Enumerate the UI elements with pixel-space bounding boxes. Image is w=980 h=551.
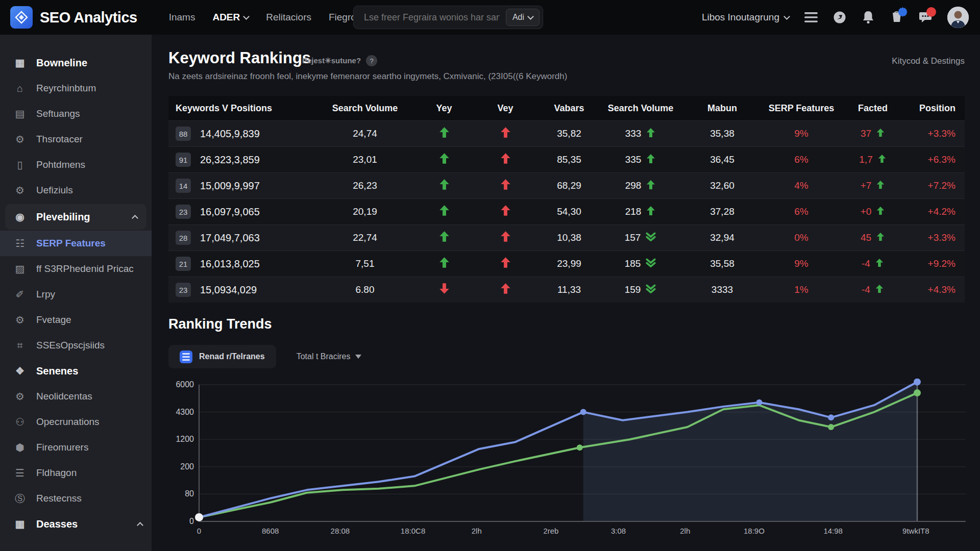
table-row[interactable]: 9126,323,3,859 23,01 85,35 335 36,45 6% … <box>168 146 965 172</box>
sidebar-item-serp-features[interactable]: ☷ SERP Features <box>0 231 152 256</box>
bell-icon[interactable] <box>862 11 875 24</box>
keyword-value: 17,049,7,063 <box>200 232 260 244</box>
column-header[interactable]: Search Volume <box>602 103 679 114</box>
sidebar-item-deasses[interactable]: ▦ Deasses <box>0 511 152 537</box>
arrow-up-icon <box>438 179 450 190</box>
yey-trend-arrow <box>413 231 475 245</box>
sidebar-item-ssesopscjsiids[interactable]: ⌗ SSEsOpscjsiids <box>0 333 152 358</box>
trend-series-button[interactable]: Renad r/Telranes <box>168 345 276 368</box>
sidebar-item-fvetage[interactable]: ⚙ Fvetage <box>0 307 152 333</box>
rank-badge: 28 <box>176 231 191 245</box>
mabun-value: 37,28 <box>679 206 766 217</box>
vey-trend-arrow <box>475 257 536 271</box>
arrow-up-icon <box>500 179 511 190</box>
search-volume-2-value: 335 <box>625 154 642 165</box>
help-icon[interactable]: ? <box>366 55 377 66</box>
column-header[interactable]: SERP Features <box>766 103 837 114</box>
sidebar-item-label: ff S3RPhedenid Pricac <box>36 263 134 274</box>
table-row[interactable]: 2817,049,7,063 22,74 10,38 157 32,94 0% … <box>168 224 965 251</box>
search-input[interactable] <box>354 12 506 23</box>
sidebar-item-fldhagon[interactable]: ☰ Fldhagon <box>0 460 152 486</box>
arrow-up-icon <box>438 205 450 216</box>
nav-item-1[interactable]: Inams <box>169 12 195 23</box>
sidebar-item-thsrotacer[interactable]: ⚙ Thsrotacer <box>0 127 152 152</box>
column-header[interactable]: Vabars <box>536 103 602 114</box>
y-axis-tick: 6000 <box>176 380 194 389</box>
sidebar-item-reyrchinbtum[interactable]: ⌂ Reyrchinbtum <box>0 76 152 101</box>
vabars-value: 23,99 <box>536 258 602 269</box>
search-volume-value: 7,51 <box>316 258 413 269</box>
gear-icon: ⚙ <box>14 390 26 403</box>
trend-metric-dropdown[interactable]: Total t Bracires <box>297 352 362 361</box>
facted-value: 45 <box>861 232 871 243</box>
double-chevron-down-icon <box>645 258 656 267</box>
arrow-up-icon <box>438 127 450 138</box>
title-meta: Pejest✳sutune? ? <box>302 55 377 66</box>
column-header[interactable]: Facted <box>837 103 909 114</box>
arrow-up-icon <box>438 257 450 268</box>
column-header[interactable]: Vey <box>475 103 536 114</box>
hamburger-icon[interactable] <box>804 11 818 24</box>
arrow-up-icon <box>500 257 511 268</box>
layout-icon: ▤ <box>14 108 26 120</box>
yey-trend-arrow <box>413 153 475 167</box>
sidebar-item-plevebiling[interactable]: ◉ Plevebiling <box>5 204 146 230</box>
y-axis-tick: 1200 <box>176 435 194 443</box>
ranking-trends-chart[interactable]: 6000430012002008000860828:0818:0C82lh2re… <box>169 379 966 547</box>
nav-item-2[interactable]: ADER <box>212 12 249 23</box>
sidebar-item-opecrunations[interactable]: ⚇ Opecrunations <box>0 409 152 435</box>
yey-trend-arrow <box>413 283 475 297</box>
data-point-dot <box>914 389 921 396</box>
vabars-value: 35,82 <box>536 128 602 139</box>
sidebar-item-seftuangs[interactable]: ▤ Seftuangs <box>0 101 152 127</box>
table-row[interactable]: 8814,405,9,839 24,74 35,82 333 35,38 9% … <box>168 120 965 146</box>
table-row[interactable]: 2316,097,9,065 20,19 54,30 218 37,28 6% … <box>168 198 965 224</box>
position-value: +3.3% <box>909 232 965 243</box>
column-header[interactable]: Keywords V Positions <box>168 103 316 114</box>
table-row[interactable]: 1415,009,9,997 26,23 68,29 298 32,60 4% … <box>168 172 965 198</box>
avatar[interactable] <box>947 7 969 28</box>
app-logo[interactable]: SEO Analytics <box>10 6 137 29</box>
vabars-value: 68,29 <box>536 180 602 191</box>
list-icon: ☰ <box>14 467 26 479</box>
x-axis-tick: 18:0C8 <box>401 527 425 535</box>
sidebar-item-fireomurers[interactable]: ⬢ Fireomurers <box>0 435 152 460</box>
sidebar-item-senenes[interactable]: ❖ Senenes <box>0 358 152 384</box>
account-menu[interactable]: Libos Inoutagrung <box>702 12 789 23</box>
stack-icon: ☷ <box>14 237 26 249</box>
sidebar-item-uefiziuls[interactable]: ⚙ Uefiziuls <box>0 178 152 203</box>
search-volume-2-value: 298 <box>625 180 642 191</box>
column-header[interactable]: Position <box>909 103 965 114</box>
rewards-icon[interactable] <box>890 11 903 24</box>
table-row[interactable]: 2116,013,8,025 7,51 23,99 185 35,58 9% -… <box>168 251 965 277</box>
column-header[interactable]: Search Volume <box>316 103 413 114</box>
vey-trend-arrow <box>475 179 536 193</box>
sidebar-item-label: Reyrchinbtum <box>36 83 96 94</box>
y-axis-tick: 200 <box>180 462 194 471</box>
sidebar-item-ff-s3rphedenid-pricac[interactable]: ▨ ff S3RPhedenid Pricac <box>0 256 152 282</box>
sidebar-item-bowneline[interactable]: ▦ Bowneline <box>0 50 152 76</box>
keyword-value: 15,009,9,997 <box>200 180 260 192</box>
compass-icon[interactable] <box>833 11 846 24</box>
sidebar-item-lrpy[interactable]: ✐ Lrpy <box>0 282 152 307</box>
sidebar-item-neolidcentas[interactable]: ⚙ Neolidcentas <box>0 384 152 409</box>
sidebar-item-restecnss[interactable]: Ⓢ Restecnss <box>0 486 152 511</box>
nav-item-3[interactable]: Relitaciors <box>266 12 311 23</box>
sidebar-item-label: SERP Features <box>36 238 106 249</box>
sidebar-item-pohtdmens[interactable]: ▯ Pohtdmens <box>0 152 152 178</box>
data-point-dot <box>828 424 834 430</box>
keyword-value: 26,323,3,859 <box>200 154 260 166</box>
search-mode-button[interactable]: Adi <box>506 9 540 26</box>
serp-features-value: 4% <box>766 180 837 191</box>
arrow-up-icon <box>646 128 656 138</box>
chat-icon[interactable] <box>919 11 932 24</box>
grid-icon: ▦ <box>14 57 26 69</box>
column-header[interactable]: Yey <box>413 103 475 114</box>
position-value: +3.3% <box>909 128 965 139</box>
sidebar-item-label: Uefiziuls <box>36 185 73 196</box>
table-row[interactable]: 2315,0934,029 6.80 11,33 159 3333 1% -4 … <box>168 277 965 303</box>
column-header[interactable]: Mabun <box>679 103 766 114</box>
trends-title: Ranking Trends <box>168 316 272 332</box>
top-right-label: Kitycod & Destings <box>892 56 965 66</box>
sidebar-item-label: Thsrotacer <box>36 134 83 145</box>
